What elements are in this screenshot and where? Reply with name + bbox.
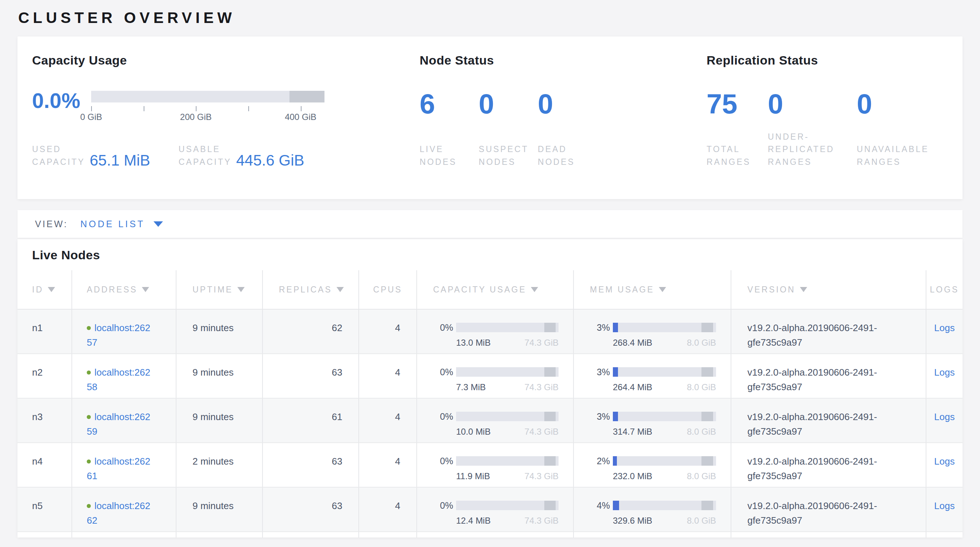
- node-address-link[interactable]: localhost:26261: [87, 456, 150, 481]
- logs-link[interactable]: Logs: [934, 411, 955, 422]
- under-replicated-ranges-label: UNDER-REPLICATED RANGES: [768, 130, 843, 169]
- total-ranges-label: TOTAL RANGES: [706, 143, 768, 168]
- axis-tick-label: 0 GiB: [80, 112, 102, 122]
- capacity-max-value: 74.3 GiB: [525, 382, 558, 393]
- node-cpus-cell: 4: [359, 309, 417, 354]
- node-logs-cell: Logs: [926, 443, 963, 487]
- page-title: CLUSTER OVERVIEW: [18, 7, 980, 29]
- sort-desc-icon: [800, 287, 807, 292]
- node-id-cell: n4: [18, 443, 72, 487]
- node-id-cell: n3: [18, 398, 72, 443]
- mem-used-segment: [613, 367, 618, 377]
- node-capacity-usage-cell: 0% 10.0 MiB 74.3 GiB: [417, 398, 573, 443]
- capacity-usage-bar: [456, 323, 558, 332]
- suspect-nodes-label: SUSPECT NODES: [479, 143, 528, 168]
- col-header-mem-usage[interactable]: MEM USAGE: [573, 270, 731, 309]
- sort-desc-icon: [142, 287, 149, 292]
- node-live-status-dot: [87, 415, 91, 419]
- capacity-usage-bar: [456, 412, 558, 421]
- mem-used-value: 329.6 MiB: [613, 516, 652, 526]
- chevron-down-icon: [153, 221, 163, 227]
- logs-link[interactable]: Logs: [934, 500, 955, 511]
- capacity-usage-section: Capacity Usage 0.0% 0 GiB 200 GiB: [32, 53, 420, 199]
- usable-capacity-stat: USABLE CAPACITY 445.6 GiB: [179, 143, 304, 168]
- node-uptime-cell: 9 minutes: [176, 487, 262, 532]
- mem-reserved-segment: [702, 323, 713, 332]
- mem-used-value: 314.7 MiB: [613, 427, 652, 437]
- mem-used-segment: [613, 323, 618, 332]
- node-address-link[interactable]: localhost:26257: [87, 322, 150, 348]
- unavailable-ranges-label: UNAVAILABLE RANGES: [857, 143, 942, 168]
- node-mem-usage-cell: 2% 232.0 MiB 8.0 GiB: [573, 443, 731, 487]
- mem-percent-label: 3%: [589, 365, 610, 379]
- node-address-link[interactable]: localhost:26262: [87, 500, 150, 526]
- node-mem-usage-cell: 3% 314.7 MiB 8.0 GiB: [573, 398, 731, 443]
- col-header-id[interactable]: ID: [18, 270, 72, 309]
- mem-used-segment: [613, 412, 618, 421]
- col-header-replicas[interactable]: REPLICAS: [262, 270, 359, 309]
- capacity-used-value: 10.0 MiB: [456, 427, 491, 437]
- live-nodes-table: ID ADDRESS UPTIME REPLICAS CPUS CAPACITY…: [18, 270, 963, 537]
- view-dropdown[interactable]: NODE LIST: [80, 219, 163, 229]
- table-row: n2 localhost:26258 9 minutes 63 4 0% 7.3…: [18, 354, 963, 398]
- node-uptime-cell: 9 minutes: [176, 309, 262, 354]
- node-logs-cell: Logs: [926, 487, 963, 532]
- node-address-cell: localhost:26258: [72, 354, 176, 398]
- logs-link[interactable]: Logs: [934, 367, 955, 378]
- mem-percent-label: 3%: [589, 410, 610, 424]
- capacity-max-value: 74.3 GiB: [525, 338, 558, 348]
- mem-reserved-segment: [702, 456, 713, 466]
- col-header-capacity-usage[interactable]: CAPACITY USAGE: [417, 270, 573, 309]
- node-uptime-cell: 2 minutes: [176, 443, 262, 487]
- view-bar: VIEW: NODE LIST: [18, 210, 963, 238]
- table-row: n3 localhost:26259 9 minutes 61 4 0% 10.…: [18, 398, 963, 443]
- unavailable-ranges-value: 0: [857, 91, 948, 117]
- node-mem-usage-cell: 3% 268.4 MiB 8.0 GiB: [573, 309, 731, 354]
- sort-desc-icon: [659, 287, 666, 292]
- node-id-cell: n1: [18, 309, 72, 354]
- logs-link[interactable]: Logs: [934, 456, 955, 467]
- table-row: n4 localhost:26261 2 minutes 63 4 0% 11.…: [18, 443, 963, 487]
- unavailable-ranges-stat: 0 UNAVAILABLE RANGES: [857, 91, 948, 168]
- node-address-link[interactable]: localhost:26259: [87, 411, 150, 437]
- node-cpus-cell: 4: [359, 443, 417, 487]
- used-capacity-label: USED CAPACITY: [32, 143, 83, 168]
- col-header-cpus: CPUS: [359, 270, 417, 309]
- node-status-section: Node Status 6 LIVE NODES 0 SUSPECT NODES…: [420, 53, 706, 199]
- usable-capacity-value: 445.6 GiB: [236, 153, 304, 168]
- node-live-status-dot: [87, 370, 91, 375]
- capacity-max-value: 74.3 GiB: [525, 427, 558, 437]
- mem-reserved-segment: [702, 501, 713, 510]
- dead-nodes-label: DEAD NODES: [538, 143, 587, 168]
- mem-used-segment: [613, 456, 617, 466]
- node-live-status-dot: [87, 326, 91, 330]
- mem-used-segment: [613, 501, 619, 510]
- node-live-status-dot: [87, 504, 91, 508]
- col-header-address[interactable]: ADDRESS: [72, 270, 176, 309]
- col-header-version[interactable]: VERSION: [731, 270, 926, 309]
- total-ranges-stat: 75 TOTAL RANGES: [706, 91, 768, 168]
- node-live-status-dot: [87, 460, 91, 463]
- node-capacity-usage-cell: 0% 12.4 MiB 74.3 GiB: [417, 487, 573, 532]
- mem-max-value: 8.0 GiB: [687, 471, 716, 482]
- mem-reserved-segment: [702, 367, 713, 377]
- node-replicas-cell: 61: [262, 398, 359, 443]
- col-header-uptime[interactable]: UPTIME: [176, 270, 262, 309]
- capacity-usage-bar: [456, 367, 558, 377]
- logs-link[interactable]: Logs: [934, 322, 955, 333]
- mem-percent-label: 3%: [589, 321, 610, 335]
- node-address-cell: localhost:26257: [72, 309, 176, 354]
- capacity-percent-label: 0%: [432, 498, 453, 513]
- table-row: n5 localhost:26262 9 minutes 63 4 0% 12.…: [18, 487, 963, 532]
- sort-desc-icon: [48, 287, 55, 292]
- axis-tick-label: 200 GiB: [180, 112, 212, 122]
- capacity-usage-bar: [456, 501, 558, 510]
- used-capacity-value: 65.1 MiB: [90, 153, 150, 168]
- table-header-row: ID ADDRESS UPTIME REPLICAS CPUS CAPACITY…: [18, 270, 963, 309]
- col-header-logs: LOGS: [926, 270, 963, 309]
- node-address-cell: localhost:26259: [72, 398, 176, 443]
- node-cpus-cell: 4: [359, 398, 417, 443]
- capacity-gauge: 0.0% 0 GiB 200 GiB 400 GiB: [32, 91, 420, 168]
- node-address-link[interactable]: localhost:26258: [87, 367, 150, 393]
- node-mem-usage-cell: 3% 264.4 MiB 8.0 GiB: [573, 354, 731, 398]
